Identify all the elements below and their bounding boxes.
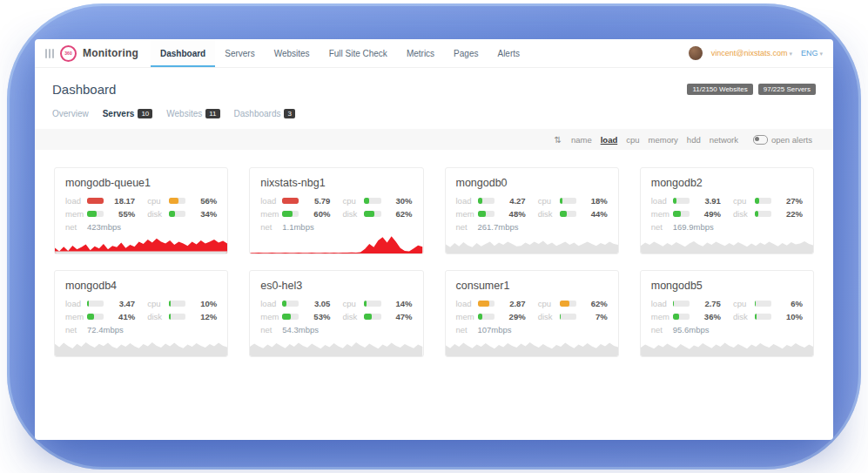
metric-disk: disk44% <box>538 209 608 219</box>
metric-cpu-bar <box>560 198 576 204</box>
metric-label: mem <box>651 209 673 219</box>
metric-label: load <box>456 196 478 206</box>
metric-value: 62% <box>387 209 413 219</box>
avatar[interactable] <box>689 46 703 60</box>
server-card[interactable]: consumer1load2.87cpu62%mem29%disk7%net10… <box>445 270 619 357</box>
metric-cpu-bar <box>560 301 576 307</box>
server-card[interactable]: mongodb5load2.75cpu6%mem36%disk10%net95.… <box>640 270 814 357</box>
metric-mem-bar <box>673 314 690 320</box>
menu-item-servers[interactable]: Servers <box>215 39 264 67</box>
app-window: 360 Monitoring DashboardServersWebsitesF… <box>35 39 833 440</box>
metric-load: load4.27 <box>456 196 526 206</box>
logo-360-icon: 360 <box>60 45 77 62</box>
server-card[interactable]: mongodb0load4.27cpu18%mem48%disk44%net26… <box>445 167 619 254</box>
server-card[interactable]: mongodb2load3.91cpu27%mem49%disk22%net16… <box>640 167 814 254</box>
server-metrics: load5.79cpu30%mem60%disk62%net1.1mbps <box>250 196 422 235</box>
metric-disk: disk47% <box>342 312 412 321</box>
metric-value: 3.47 <box>109 299 135 308</box>
metric-mem: mem36% <box>651 312 721 321</box>
metric-disk-bar <box>560 314 576 320</box>
tab-websites[interactable]: Websites11 <box>166 109 219 118</box>
sparkline-chart <box>55 231 227 253</box>
metric-mem-bar <box>282 211 299 217</box>
tab-overview[interactable]: Overview <box>52 109 89 118</box>
metric-value: 55% <box>109 209 135 219</box>
metric-value: 14% <box>387 299 413 308</box>
metric-label: mem <box>260 312 282 321</box>
metric-value: 12% <box>191 312 217 321</box>
metric-mem-bar <box>478 211 495 217</box>
menu-item-dashboard[interactable]: Dashboard <box>151 39 215 67</box>
metric-label: disk <box>342 209 364 219</box>
metric-value: 22% <box>777 209 803 219</box>
sparkline-chart <box>446 334 618 356</box>
logo-text: Monitoring <box>83 47 138 59</box>
metric-value: 47% <box>387 312 413 321</box>
metric-disk-bar <box>560 211 576 217</box>
metric-label: cpu <box>342 299 364 308</box>
server-card[interactable]: mongodb4load3.47cpu10%mem41%disk12%net72… <box>54 270 228 357</box>
metric-load: load5.79 <box>260 196 330 206</box>
menu-item-metrics[interactable]: Metrics <box>397 39 444 67</box>
language-dropdown[interactable]: ENG▾ <box>801 49 823 57</box>
metric-load: load2.75 <box>651 299 721 308</box>
open-alerts-label[interactable]: open alerts <box>771 135 812 145</box>
server-card[interactable]: nixstats-nbg1load5.79cpu30%mem60%disk62%… <box>249 167 423 254</box>
metric-value: 34% <box>191 209 217 219</box>
metric-mem: mem53% <box>260 312 330 321</box>
server-name: nixstats-nbg1 <box>250 168 422 196</box>
metric-disk-bar <box>364 314 380 320</box>
metric-value: 36% <box>695 312 721 321</box>
metric-load-bar <box>478 198 495 204</box>
tab-count-badge: 11 <box>205 109 219 118</box>
metric-disk-bar <box>169 314 185 320</box>
metric-label: cpu <box>538 196 560 206</box>
metric-mem-bar <box>282 314 299 320</box>
metric-value: 5.79 <box>304 196 330 206</box>
chevron-down-icon: ▾ <box>819 51 823 57</box>
menu-item-full-site-check[interactable]: Full Site Check <box>320 39 397 67</box>
tab-servers[interactable]: Servers10 <box>103 109 153 118</box>
server-name: es0-hel3 <box>250 271 422 299</box>
sort-option-name[interactable]: name <box>567 135 596 145</box>
metric-cpu: cpu56% <box>147 196 217 206</box>
metric-label: disk <box>733 312 755 321</box>
metric-label: cpu <box>342 196 364 206</box>
app-grid-icon[interactable] <box>45 49 54 58</box>
metric-mem-bar <box>87 211 104 217</box>
metric-load: load3.91 <box>651 196 721 206</box>
sort-option-memory[interactable]: memory <box>644 135 683 145</box>
server-card[interactable]: mongodb-queue1load18.17cpu56%mem55%disk3… <box>54 167 228 254</box>
sort-option-cpu[interactable]: cpu <box>622 135 643 145</box>
page-header: Dashboard 11/2150 Websites97/225 Servers <box>35 68 833 97</box>
metric-value: 4.27 <box>500 196 526 206</box>
metric-cpu-bar <box>755 301 771 307</box>
menu-item-pages[interactable]: Pages <box>444 39 488 67</box>
metric-label: mem <box>456 209 478 219</box>
metric-mem-bar <box>673 211 690 217</box>
page-title: Dashboard <box>52 82 116 97</box>
metric-label: load <box>651 196 673 206</box>
metric-value: 30% <box>387 196 413 206</box>
tab-dashboards[interactable]: Dashboards3 <box>234 109 295 118</box>
usage-badge: 97/225 Servers <box>758 84 816 95</box>
metric-label: cpu <box>733 196 755 206</box>
menu-item-alerts[interactable]: Alerts <box>488 39 529 67</box>
sort-option-network[interactable]: network <box>705 135 743 145</box>
tab-label: Dashboards <box>234 109 281 118</box>
metric-disk: disk22% <box>733 209 803 219</box>
menu-item-websites[interactable]: Websites <box>265 39 320 67</box>
metric-label: disk <box>538 209 560 219</box>
nav-right: vincent@nixstats.com▾ ENG▾ <box>689 39 823 67</box>
sort-option-load[interactable]: load <box>596 135 622 145</box>
sort-option-hdd[interactable]: hdd <box>683 135 705 145</box>
user-email-dropdown[interactable]: vincent@nixstats.com▾ <box>711 49 792 57</box>
metric-load-bar <box>87 198 104 204</box>
sparkline-chart <box>641 231 813 253</box>
tab-count-badge: 3 <box>284 109 294 118</box>
server-metrics: load2.75cpu6%mem36%disk10%net95.6mbps <box>641 299 813 338</box>
open-alerts-toggle-icon[interactable] <box>753 135 768 145</box>
server-card[interactable]: es0-hel3load3.05cpu14%mem53%disk47%net54… <box>249 270 423 357</box>
server-name: mongodb5 <box>641 271 813 299</box>
metric-mem: mem29% <box>456 312 526 321</box>
